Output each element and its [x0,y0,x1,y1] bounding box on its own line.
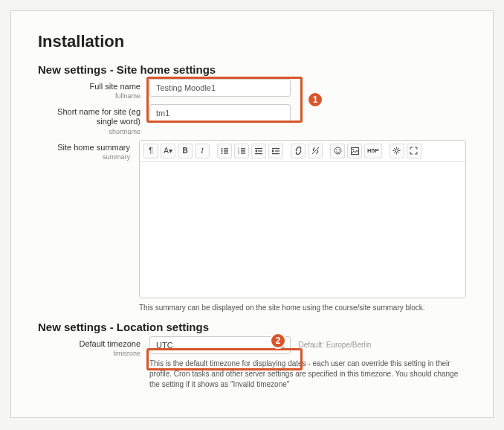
h5p-button[interactable]: H5P [364,144,382,158]
link-button[interactable] [291,144,306,158]
svg-point-23 [338,150,339,150]
row-timezone: Default timezone timezone UTC ⇅ Default:… [38,336,466,390]
bold-button[interactable]: B [178,144,193,158]
summary-editor-body[interactable] [140,162,465,298]
page-container: Installation New settings - Site home se… [10,10,494,418]
sublabel-shortname: shortname [38,128,140,135]
timezone-default-note: Default: Europe/Berlin [298,341,371,349]
label-summary: Site home summary [38,143,130,153]
svg-point-25 [352,149,354,150]
unlink-button[interactable] [308,144,323,158]
svg-line-34 [398,148,399,149]
input-shortname[interactable] [149,104,291,122]
svg-point-21 [335,147,341,154]
row-shortname: Short name for site (eg single word) sho… [38,104,466,135]
svg-point-22 [336,150,337,150]
select-timezone[interactable]: UTC [149,336,291,354]
svg-point-4 [221,153,222,154]
svg-line-33 [394,153,395,153]
label-fullname: Full site name [38,82,140,92]
editor-toolbar: ¶ A▾ B I 123 H5P [140,141,465,162]
svg-line-31 [394,148,395,149]
svg-marker-13 [255,150,257,153]
summary-editor: ¶ A▾ B I 123 H5P [139,140,466,298]
svg-rect-16 [272,148,280,149]
svg-rect-3 [224,150,228,151]
svg-rect-12 [255,148,262,149]
svg-rect-18 [275,150,280,151]
page-title: Installation [38,32,466,51]
svg-rect-14 [258,150,262,151]
svg-marker-17 [272,150,274,153]
svg-rect-9 [241,150,245,151]
svg-rect-15 [255,153,262,154]
indent-button[interactable] [268,144,283,158]
svg-point-26 [395,150,398,153]
svg-rect-5 [224,153,228,153]
svg-rect-1 [224,148,228,149]
svg-point-0 [221,148,222,150]
section-site-home-heading: New settings - Site home settings [38,63,466,76]
svg-rect-19 [272,153,280,154]
numbered-list-button[interactable]: 123 [234,144,249,158]
paragraph-style-button[interactable]: ¶ [143,144,158,158]
sublabel-fullname: fullname [38,92,140,100]
timezone-help-text: This is the default timezone for display… [149,359,466,390]
svg-rect-7 [241,148,245,149]
italic-button[interactable]: I [195,144,210,158]
image-button[interactable] [347,144,362,158]
sublabel-summary: summary [38,153,130,161]
sublabel-timezone: timezone [38,350,140,357]
input-fullname[interactable] [149,79,291,97]
svg-point-2 [221,150,222,152]
bullet-list-button[interactable] [217,144,232,158]
label-timezone: Default timezone [38,339,140,349]
summary-help-text: This summary can be displayed on the sit… [139,303,466,313]
outdent-button[interactable] [251,144,266,158]
emoji-button[interactable] [330,144,345,158]
svg-rect-11 [241,153,245,153]
settings-button[interactable] [390,144,404,158]
font-size-button[interactable]: A▾ [161,144,175,158]
svg-text:3: 3 [238,152,239,155]
row-summary: Site home summary summary ¶ A▾ B I 123 [38,140,466,313]
svg-line-32 [398,153,399,153]
expand-button[interactable] [407,144,421,158]
section-location-heading: New settings - Location settings [38,321,466,333]
label-shortname: Short name for site (eg single word) [38,107,140,126]
row-fullname: Full site name fullname [38,79,466,100]
